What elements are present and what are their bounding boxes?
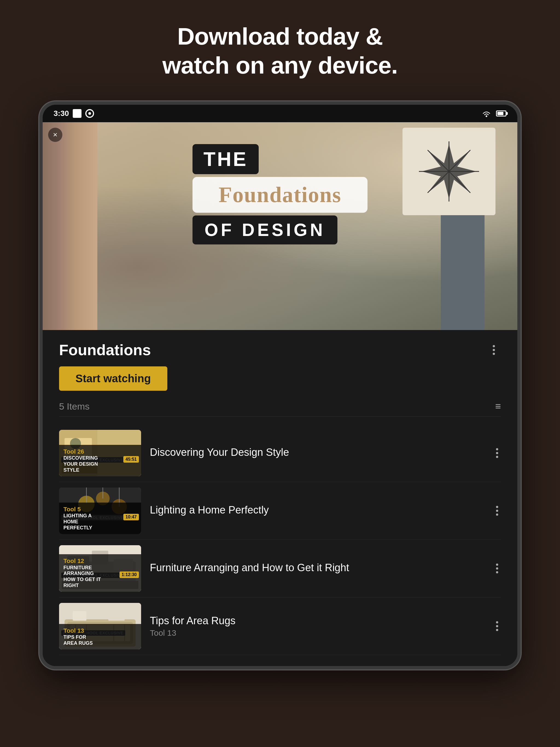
dot [496, 506, 498, 508]
dot [496, 567, 498, 570]
svg-point-0 [486, 115, 487, 117]
headline-line2: watch on any device. [162, 52, 398, 79]
dot [496, 452, 498, 454]
dot [496, 456, 498, 458]
video-thumbnail-3[interactable]: DESIGN SCHOOL EXCLUSIVE Tool 12 FURNITUR… [59, 545, 141, 592]
video-title-2: Lighting a Home Perfectly [150, 504, 485, 516]
filter-icon[interactable]: ≡ [495, 401, 501, 412]
dot1 [493, 345, 495, 347]
video-thumbnail-1[interactable]: DESIGN SCHOOL EXCLUSIVE Tool 26 DISCOVER… [59, 430, 141, 476]
video-more-4[interactable] [493, 618, 501, 634]
dot [496, 625, 498, 627]
page-headline: Download today & watch on any device. [162, 22, 398, 80]
time-display: 3:30 [54, 109, 69, 118]
decorative-art [413, 136, 485, 207]
dot [496, 629, 498, 631]
content-area: Foundations Start watching 5 Items ≡ [43, 330, 517, 666]
video-info-4: Tips for Area Rugs Tool 13 [150, 615, 485, 638]
tablet-frame: 3:30 [40, 101, 520, 669]
thumb-badge-1: 45:51 [123, 456, 139, 463]
list-item: DESIGN SCHOOL EXCLUSIVE Tool 12 FURNITUR… [59, 540, 501, 597]
dot [496, 621, 498, 623]
video-more-3[interactable] [493, 561, 501, 576]
series-title: Foundations [59, 341, 151, 359]
wifi-icon [481, 109, 492, 118]
dot [496, 448, 498, 450]
video-more-2[interactable] [493, 503, 501, 518]
video-info-3: Furniture Arranging and How to Get it Ri… [150, 562, 485, 575]
no-icon [85, 109, 94, 118]
status-left: 3:30 [54, 109, 94, 118]
dot [496, 564, 498, 566]
dot [496, 510, 498, 512]
video-title-1: Discovering Your Design Style [150, 446, 485, 458]
more-menu-button[interactable] [487, 343, 501, 357]
dot3 [493, 353, 495, 355]
thumb-badge-2: 10:47 [123, 514, 139, 520]
close-icon: × [53, 131, 57, 138]
title-overlay: THE Foundations OF DESIGN [193, 144, 367, 244]
start-watching-button[interactable]: Start watching [59, 366, 167, 391]
items-bar: 5 Items ≡ [59, 401, 501, 417]
video-info-2: Lighting a Home Perfectly [150, 504, 485, 518]
video-title-4: Tips for Area Rugs [150, 615, 485, 627]
headline-line1: Download today & [177, 23, 383, 50]
close-button[interactable]: × [48, 128, 62, 142]
video-thumbnail-2[interactable]: DESIGN SCHOOL EXCLUSIVE Tool 5 LIGHTING … [59, 488, 141, 534]
video-list: DESIGN SCHOOL EXCLUSIVE Tool 26 DISCOVER… [59, 424, 501, 655]
video-thumbnail-4[interactable]: DESIGN SCHOOL EXCLUSIVE Tool 13 TIPS FOR… [59, 603, 141, 649]
items-count: 5 Items [59, 401, 90, 412]
video-more-1[interactable] [493, 445, 501, 461]
title-the-card: THE [193, 144, 259, 174]
video-thumbnail: × THE Foundations OF DESIGN [43, 122, 517, 330]
video-subtitle-4: Tool 13 [150, 628, 485, 638]
a-icon [73, 109, 81, 118]
title-design-card: OF DESIGN [193, 215, 337, 244]
content-header: Foundations [59, 341, 501, 359]
title-foundations-card: Foundations [193, 177, 367, 213]
dot2 [493, 349, 495, 351]
video-info-1: Discovering Your Design Style [150, 446, 485, 460]
dot [496, 514, 498, 516]
thumb-badge-3: 1:12:30 [120, 571, 139, 578]
svg-rect-33 [108, 610, 125, 621]
list-item: DESIGN SCHOOL EXCLUSIVE Tool 5 LIGHTING … [59, 482, 501, 540]
thumb-label-4: Tool 13 TIPS FORAREA RUGS [59, 624, 141, 650]
status-bar: 3:30 [43, 105, 517, 122]
svg-rect-32 [73, 611, 86, 621]
battery-icon [496, 110, 506, 117]
list-item: DESIGN SCHOOL EXCLUSIVE Tool 13 TIPS FOR… [59, 597, 501, 655]
video-title-3: Furniture Arranging and How to Get it Ri… [150, 562, 485, 574]
svg-marker-5 [422, 144, 476, 199]
list-item: DESIGN SCHOOL EXCLUSIVE Tool 26 DISCOVER… [59, 424, 501, 482]
dot [496, 571, 498, 573]
status-right [481, 109, 506, 118]
